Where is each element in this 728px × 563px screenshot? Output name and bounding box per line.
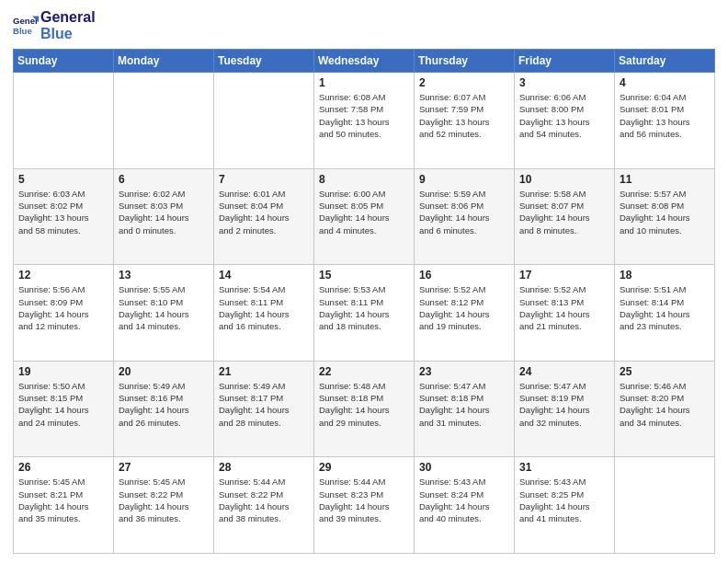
day-number: 20 bbox=[119, 365, 209, 378]
day-info: Sunrise: 6:07 AMSunset: 7:59 PMDaylight:… bbox=[419, 91, 509, 140]
day-number: 6 bbox=[119, 173, 209, 186]
calendar-cell: 9Sunrise: 5:59 AMSunset: 8:06 PMDaylight… bbox=[415, 168, 515, 265]
day-info: Sunrise: 5:45 AMSunset: 8:21 PMDaylight:… bbox=[18, 476, 108, 524]
calendar-header-saturday: Saturday bbox=[615, 50, 715, 73]
day-info: Sunrise: 6:06 AMSunset: 8:00 PMDaylight:… bbox=[519, 91, 609, 140]
day-number: 13 bbox=[119, 269, 209, 282]
day-number: 30 bbox=[419, 461, 509, 474]
calendar-cell bbox=[14, 73, 114, 169]
day-number: 27 bbox=[119, 461, 209, 474]
calendar-header-friday: Friday bbox=[515, 50, 615, 73]
day-number: 4 bbox=[620, 76, 710, 89]
day-number: 5 bbox=[18, 173, 108, 186]
calendar-header-thursday: Thursday bbox=[415, 50, 515, 73]
day-info: Sunrise: 6:00 AMSunset: 8:05 PMDaylight:… bbox=[319, 188, 409, 236]
day-info: Sunrise: 5:47 AMSunset: 8:18 PMDaylight:… bbox=[419, 380, 509, 429]
calendar-header-monday: Monday bbox=[114, 50, 214, 73]
day-info: Sunrise: 5:48 AMSunset: 8:18 PMDaylight:… bbox=[319, 380, 409, 429]
day-info: Sunrise: 5:49 AMSunset: 8:16 PMDaylight:… bbox=[119, 380, 209, 429]
day-info: Sunrise: 5:54 AMSunset: 8:11 PMDaylight:… bbox=[219, 283, 309, 332]
day-info: Sunrise: 5:43 AMSunset: 8:24 PMDaylight:… bbox=[419, 476, 509, 524]
calendar-week-row: 12Sunrise: 5:56 AMSunset: 8:09 PMDayligh… bbox=[14, 265, 715, 362]
day-info: Sunrise: 5:53 AMSunset: 8:11 PMDaylight:… bbox=[319, 283, 409, 332]
day-number: 1 bbox=[319, 76, 409, 89]
day-info: Sunrise: 6:03 AMSunset: 8:02 PMDaylight:… bbox=[18, 188, 108, 236]
calendar-cell: 31Sunrise: 5:43 AMSunset: 8:25 PMDayligh… bbox=[515, 457, 615, 554]
day-number: 23 bbox=[419, 365, 509, 378]
calendar-cell: 11Sunrise: 5:57 AMSunset: 8:08 PMDayligh… bbox=[615, 168, 715, 265]
day-info: Sunrise: 5:45 AMSunset: 8:22 PMDaylight:… bbox=[119, 476, 209, 524]
calendar-cell: 27Sunrise: 5:45 AMSunset: 8:22 PMDayligh… bbox=[114, 457, 214, 554]
calendar-cell: 12Sunrise: 5:56 AMSunset: 8:09 PMDayligh… bbox=[14, 265, 114, 362]
day-number: 26 bbox=[18, 461, 108, 474]
day-info: Sunrise: 5:50 AMSunset: 8:15 PMDaylight:… bbox=[18, 380, 108, 429]
calendar-header-sunday: Sunday bbox=[14, 50, 114, 73]
day-number: 24 bbox=[519, 365, 609, 378]
logo-icon: General Blue bbox=[13, 13, 39, 39]
day-number: 21 bbox=[219, 365, 309, 378]
day-info: Sunrise: 5:58 AMSunset: 8:07 PMDaylight:… bbox=[519, 188, 609, 236]
day-number: 2 bbox=[419, 76, 509, 89]
day-number: 16 bbox=[419, 269, 509, 282]
calendar-cell: 15Sunrise: 5:53 AMSunset: 8:11 PMDayligh… bbox=[314, 265, 415, 362]
day-number: 11 bbox=[620, 173, 710, 186]
calendar-cell: 13Sunrise: 5:55 AMSunset: 8:10 PMDayligh… bbox=[114, 265, 214, 362]
calendar-cell: 16Sunrise: 5:52 AMSunset: 8:12 PMDayligh… bbox=[415, 265, 515, 362]
day-number: 10 bbox=[519, 173, 609, 186]
calendar-cell: 26Sunrise: 5:45 AMSunset: 8:21 PMDayligh… bbox=[14, 457, 114, 554]
day-number: 19 bbox=[18, 365, 108, 378]
day-number: 14 bbox=[219, 269, 309, 282]
day-number: 12 bbox=[18, 269, 108, 282]
day-number: 8 bbox=[319, 173, 409, 186]
day-info: Sunrise: 5:57 AMSunset: 8:08 PMDaylight:… bbox=[620, 188, 710, 236]
calendar-cell bbox=[114, 73, 214, 169]
calendar-header-row: SundayMondayTuesdayWednesdayThursdayFrid… bbox=[14, 50, 715, 73]
calendar-header-tuesday: Tuesday bbox=[214, 50, 314, 73]
calendar-cell: 8Sunrise: 6:00 AMSunset: 8:05 PMDaylight… bbox=[314, 168, 415, 265]
header: General Blue General Blue bbox=[13, 9, 715, 41]
calendar-cell: 1Sunrise: 6:08 AMSunset: 7:58 PMDaylight… bbox=[314, 73, 415, 169]
day-info: Sunrise: 6:01 AMSunset: 8:04 PMDaylight:… bbox=[219, 188, 309, 236]
page: General Blue General Blue SundayMondayTu… bbox=[0, 0, 728, 563]
day-info: Sunrise: 5:49 AMSunset: 8:17 PMDaylight:… bbox=[219, 380, 309, 429]
day-info: Sunrise: 5:46 AMSunset: 8:20 PMDaylight:… bbox=[620, 380, 710, 429]
day-info: Sunrise: 6:02 AMSunset: 8:03 PMDaylight:… bbox=[119, 188, 209, 236]
calendar-week-row: 19Sunrise: 5:50 AMSunset: 8:15 PMDayligh… bbox=[14, 361, 715, 457]
day-number: 9 bbox=[419, 173, 509, 186]
calendar-cell: 24Sunrise: 5:47 AMSunset: 8:19 PMDayligh… bbox=[515, 361, 615, 457]
calendar-cell: 23Sunrise: 5:47 AMSunset: 8:18 PMDayligh… bbox=[415, 361, 515, 457]
calendar-cell: 5Sunrise: 6:03 AMSunset: 8:02 PMDaylight… bbox=[14, 168, 114, 265]
calendar-cell: 6Sunrise: 6:02 AMSunset: 8:03 PMDaylight… bbox=[114, 168, 214, 265]
calendar-cell bbox=[615, 457, 715, 554]
calendar-cell: 18Sunrise: 5:51 AMSunset: 8:14 PMDayligh… bbox=[615, 265, 715, 362]
calendar-cell: 30Sunrise: 5:43 AMSunset: 8:24 PMDayligh… bbox=[415, 457, 515, 554]
day-info: Sunrise: 5:43 AMSunset: 8:25 PMDaylight:… bbox=[519, 476, 609, 524]
calendar-cell: 14Sunrise: 5:54 AMSunset: 8:11 PMDayligh… bbox=[214, 265, 314, 362]
day-number: 3 bbox=[519, 76, 609, 89]
day-number: 28 bbox=[219, 461, 309, 474]
calendar-cell: 17Sunrise: 5:52 AMSunset: 8:13 PMDayligh… bbox=[515, 265, 615, 362]
day-info: Sunrise: 5:55 AMSunset: 8:10 PMDaylight:… bbox=[119, 283, 209, 332]
calendar-week-row: 5Sunrise: 6:03 AMSunset: 8:02 PMDaylight… bbox=[14, 168, 715, 265]
logo: General Blue General Blue bbox=[13, 9, 96, 41]
day-info: Sunrise: 6:04 AMSunset: 8:01 PMDaylight:… bbox=[620, 91, 710, 140]
calendar-week-row: 1Sunrise: 6:08 AMSunset: 7:58 PMDaylight… bbox=[14, 73, 715, 169]
day-info: Sunrise: 5:44 AMSunset: 8:22 PMDaylight:… bbox=[219, 476, 309, 524]
calendar-cell: 3Sunrise: 6:06 AMSunset: 8:00 PMDaylight… bbox=[515, 73, 615, 169]
logo-text: General Blue bbox=[40, 9, 96, 41]
day-info: Sunrise: 5:51 AMSunset: 8:14 PMDaylight:… bbox=[620, 283, 710, 332]
day-number: 15 bbox=[319, 269, 409, 282]
calendar-cell: 10Sunrise: 5:58 AMSunset: 8:07 PMDayligh… bbox=[515, 168, 615, 265]
day-number: 17 bbox=[519, 269, 609, 282]
day-info: Sunrise: 5:52 AMSunset: 8:13 PMDaylight:… bbox=[519, 283, 609, 332]
calendar-cell: 25Sunrise: 5:46 AMSunset: 8:20 PMDayligh… bbox=[615, 361, 715, 457]
day-number: 31 bbox=[519, 461, 609, 474]
calendar: SundayMondayTuesdayWednesdayThursdayFrid… bbox=[13, 49, 715, 554]
calendar-cell: 19Sunrise: 5:50 AMSunset: 8:15 PMDayligh… bbox=[14, 361, 114, 457]
calendar-cell: 28Sunrise: 5:44 AMSunset: 8:22 PMDayligh… bbox=[214, 457, 314, 554]
day-info: Sunrise: 5:47 AMSunset: 8:19 PMDaylight:… bbox=[519, 380, 609, 429]
day-number: 18 bbox=[620, 269, 710, 282]
calendar-header-wednesday: Wednesday bbox=[314, 50, 415, 73]
calendar-cell: 21Sunrise: 5:49 AMSunset: 8:17 PMDayligh… bbox=[214, 361, 314, 457]
calendar-cell bbox=[214, 73, 314, 169]
